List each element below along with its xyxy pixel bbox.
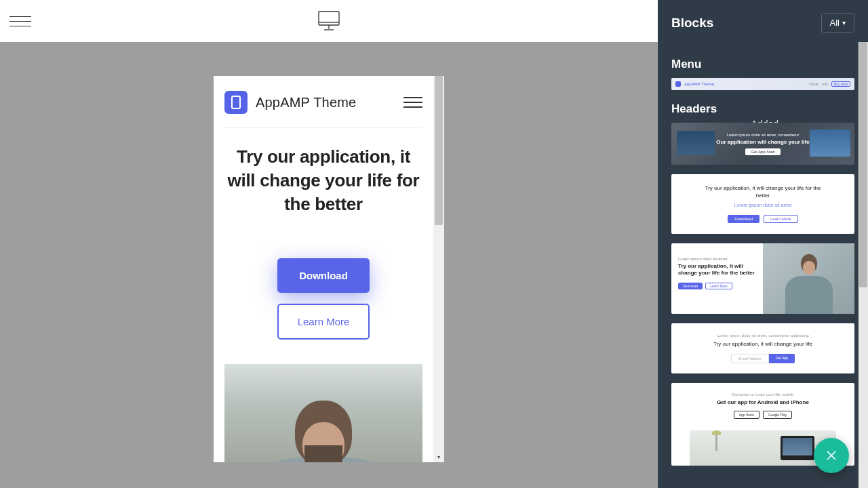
preview-brand-name: AppAMP Theme bbox=[256, 95, 356, 110]
learn-more-button[interactable]: Learn More bbox=[277, 304, 370, 340]
blocks-panel: Blocks All Menu Added AppAMP Theme HomeI… bbox=[658, 0, 868, 488]
close-panel-button[interactable] bbox=[814, 438, 849, 473]
blocks-panel-title: Blocks bbox=[671, 16, 713, 30]
preview-hamburger-icon[interactable] bbox=[403, 97, 422, 108]
download-button[interactable]: Download bbox=[277, 258, 370, 293]
editor-canvas: AppAMP Theme Try our application, it wil… bbox=[0, 42, 658, 488]
block-thumb-header-4[interactable]: Lorem ipsum dolor sit amet, consectetur … bbox=[671, 323, 854, 373]
sidebar-scroll-thumb[interactable] bbox=[859, 42, 867, 287]
top-toolbar bbox=[0, 0, 658, 42]
block-thumb-header-3[interactable]: Lorem ipsum dolor sit amet Try our appli… bbox=[671, 243, 854, 314]
desktop-preview-icon[interactable] bbox=[317, 10, 340, 32]
preview-navbar: AppAMP Theme bbox=[224, 76, 422, 128]
scroll-down-icon[interactable]: ▾ bbox=[433, 451, 444, 462]
block-thumb-menu[interactable]: AppAMP Theme HomeInfo Buy Now bbox=[671, 78, 854, 90]
sidebar-scrollbar[interactable] bbox=[859, 42, 868, 488]
preview-hero-title[interactable]: Try our application, it will change your… bbox=[227, 145, 420, 216]
preview-scrollbar[interactable]: ▴ ▾ bbox=[433, 76, 444, 462]
hamburger-icon[interactable] bbox=[0, 0, 41, 42]
section-menu-label: Menu bbox=[671, 58, 854, 71]
svg-rect-0 bbox=[319, 12, 339, 25]
block-thumb-header-2[interactable]: Try our application, it will change your… bbox=[671, 174, 854, 234]
close-icon bbox=[825, 449, 838, 462]
block-thumb-header-1[interactable]: Lorem ipsum dolor sit amet, consectetur … bbox=[671, 123, 854, 165]
preview-scroll-thumb[interactable] bbox=[435, 76, 443, 225]
blocks-filter-dropdown[interactable]: All bbox=[821, 13, 854, 33]
section-headers-label: Headers bbox=[671, 102, 854, 116]
app-logo-icon bbox=[224, 91, 248, 114]
mobile-preview-frame: AppAMP Theme Try our application, it wil… bbox=[214, 76, 444, 462]
preview-hero-image bbox=[224, 364, 422, 462]
